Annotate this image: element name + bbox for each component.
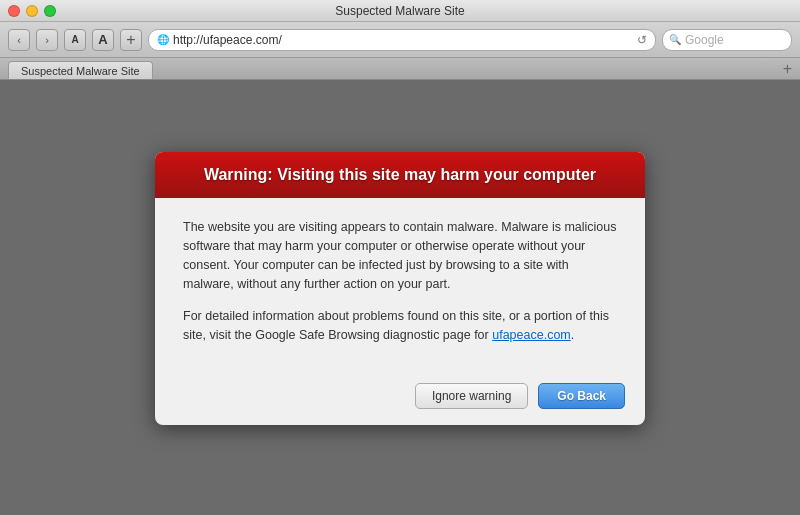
warning-body: The website you are visiting appears to …	[155, 198, 645, 375]
reload-button[interactable]: ↺	[637, 33, 647, 47]
active-tab[interactable]: Suspected Malware Site	[8, 61, 153, 79]
warning-paragraph-1: The website you are visiting appears to …	[183, 218, 617, 293]
close-button[interactable]	[8, 5, 20, 17]
address-icon: 🌐	[157, 34, 169, 45]
add-tab-toolbar-button[interactable]: +	[120, 29, 142, 51]
new-tab-button[interactable]: +	[783, 61, 792, 77]
maximize-button[interactable]	[44, 5, 56, 17]
forward-button[interactable]: ›	[36, 29, 58, 51]
search-bar[interactable]: 🔍 Google	[662, 29, 792, 51]
address-bar[interactable]: 🌐 http://ufapeace.com/ ↺	[148, 29, 656, 51]
warning-paragraph-2-after: .	[571, 328, 574, 342]
warning-dialog: Warning: Visiting this site may harm you…	[155, 152, 645, 425]
tab-label: Suspected Malware Site	[21, 65, 140, 77]
address-text: http://ufapeace.com/	[173, 33, 633, 47]
content-area: Warning: Visiting this site may harm you…	[0, 80, 800, 497]
warning-paragraph-2: For detailed information about problems …	[183, 307, 617, 345]
title-bar: Suspected Malware Site	[0, 0, 800, 22]
minimize-button[interactable]	[26, 5, 38, 17]
font-small-button[interactable]: A	[64, 29, 86, 51]
toolbar: ‹ › A A + 🌐 http://ufapeace.com/ ↺ 🔍 Goo…	[0, 22, 800, 58]
warning-header: Warning: Visiting this site may harm you…	[155, 152, 645, 198]
font-large-button[interactable]: A	[92, 29, 114, 51]
ignore-warning-button[interactable]: Ignore warning	[415, 383, 528, 409]
search-icon: 🔍	[669, 34, 681, 45]
window-title: Suspected Malware Site	[335, 4, 464, 18]
warning-actions: Ignore warning Go Back	[155, 375, 645, 425]
traffic-lights	[8, 5, 56, 17]
tab-bar: Suspected Malware Site +	[0, 58, 800, 80]
safe-browsing-link[interactable]: ufapeace.com	[492, 328, 571, 342]
back-button[interactable]: ‹	[8, 29, 30, 51]
warning-title: Warning: Visiting this site may harm you…	[204, 166, 596, 183]
search-placeholder: Google	[685, 33, 724, 47]
go-back-button[interactable]: Go Back	[538, 383, 625, 409]
